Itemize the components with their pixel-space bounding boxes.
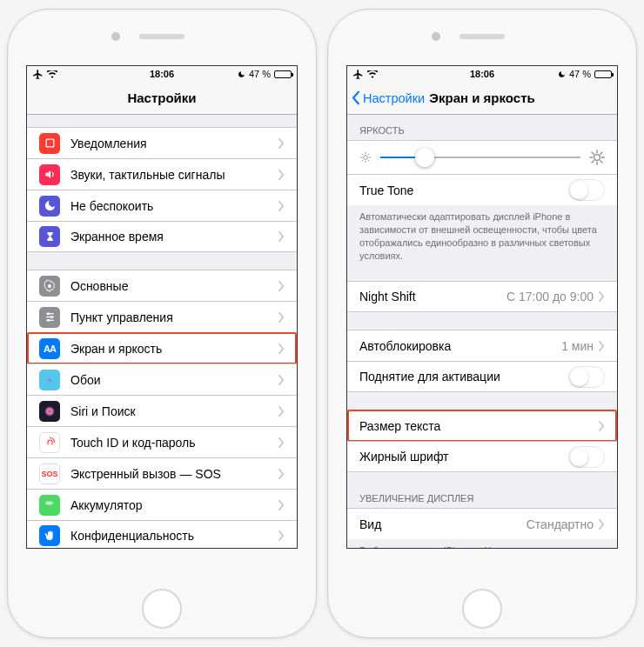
brightness-header: ЯРКОСТЬ <box>347 122 617 140</box>
row-nightshift[interactable]: Night Shift С 17:00 до 9:00 <box>347 281 617 312</box>
chevron-right-icon <box>278 281 285 291</box>
row-siri[interactable]: Siri и Поиск <box>27 395 297 426</box>
wifi-icon <box>47 70 57 78</box>
dnd-status-icon <box>238 70 245 78</box>
row-autolock[interactable]: Автоблокировка 1 мин <box>347 330 617 361</box>
status-time: 18:06 <box>470 69 494 79</box>
battery-icon <box>594 70 612 78</box>
sun-large-icon <box>589 150 605 165</box>
screen-settings: 18:06 47 % Настройки Уведомления Звуки, … <box>26 65 298 549</box>
svg-line-35 <box>600 152 602 154</box>
truetone-toggle[interactable] <box>568 179 605 201</box>
flower-icon <box>39 370 60 390</box>
chevron-right-icon <box>599 291 605 302</box>
svg-point-14 <box>44 406 55 417</box>
chevron-right-icon <box>278 375 285 385</box>
svg-point-9 <box>48 378 51 382</box>
row-control-center[interactable]: Пункт управления <box>27 301 297 332</box>
speaker-icon <box>39 164 60 185</box>
nightshift-value: С 17:00 до 9:00 <box>506 290 594 303</box>
battery-percent: 47 % <box>569 69 591 79</box>
row-battery[interactable]: Аккумулятор <box>27 489 297 520</box>
row-label: Пункт управления <box>70 310 278 324</box>
raise-toggle[interactable] <box>568 366 605 388</box>
svg-line-33 <box>600 161 602 163</box>
status-bar: 18:06 47 % <box>27 66 297 82</box>
nightshift-label: Night Shift <box>359 290 506 303</box>
row-sos[interactable]: SOS Экстренный вызов — SOS <box>27 457 297 489</box>
back-button[interactable]: Настройки <box>351 90 425 105</box>
row-display[interactable]: AA Экран и яркость <box>27 332 297 364</box>
sun-small-icon <box>359 151 372 163</box>
row-label: Основные <box>70 279 278 293</box>
view-value: Стандартно <box>527 517 594 531</box>
svg-line-25 <box>362 160 363 161</box>
battery-percent: 47 % <box>249 69 271 79</box>
screen-display-brightness: 18:06 47 % Настройки Экран и яркость ЯРК… <box>346 65 618 549</box>
row-text-size[interactable]: Размер текста <box>347 410 617 441</box>
row-sounds[interactable]: Звуки, тактильные сигналы <box>27 158 297 190</box>
svg-point-6 <box>50 316 52 318</box>
chevron-right-icon <box>599 421 605 431</box>
row-label: Обои <box>70 373 278 387</box>
row-label: Экранное время <box>70 230 278 243</box>
row-truetone[interactable]: True Tone <box>347 174 617 205</box>
svg-rect-17 <box>47 502 51 504</box>
brightness-slider[interactable] <box>380 157 580 158</box>
back-label: Настройки <box>363 91 425 105</box>
home-button[interactable] <box>142 589 182 629</box>
row-label: Уведомления <box>70 137 278 150</box>
hourglass-icon <box>39 226 60 247</box>
zoom-header: УВЕЛИЧЕНИЕ ДИСПЛЕЯ <box>347 490 617 508</box>
display-settings-list[interactable]: ЯРКОСТЬ True Tone Автоматически адаптиро… <box>347 115 617 548</box>
row-dnd[interactable]: Не беспокоить <box>27 190 297 221</box>
dnd-status-icon <box>558 70 566 78</box>
row-wallpaper[interactable]: Обои <box>27 364 297 395</box>
row-label: Экстренный вызов — SOS <box>70 467 278 481</box>
bold-toggle[interactable] <box>568 446 605 468</box>
row-bold-text[interactable]: Жирный шрифт <box>347 441 617 472</box>
row-display-zoom[interactable]: Вид Стандартно <box>347 508 617 539</box>
row-notifications[interactable]: Уведомления <box>27 127 297 158</box>
row-privacy[interactable]: Конфиденциальность <box>27 520 297 548</box>
gear-icon <box>39 276 60 297</box>
battery-icon <box>274 70 292 78</box>
svg-point-2 <box>48 284 51 288</box>
phone-speaker <box>139 34 184 39</box>
view-label: Вид <box>359 517 527 531</box>
fingerprint-icon <box>39 432 60 453</box>
settings-list[interactable]: Уведомления Звуки, тактильные сигналы Не… <box>27 115 297 548</box>
svg-point-13 <box>51 378 55 382</box>
phone-left: 18:06 47 % Настройки Уведомления Звуки, … <box>7 9 317 638</box>
chevron-right-icon <box>278 201 285 211</box>
svg-rect-16 <box>52 502 53 504</box>
chevron-left-icon <box>351 90 360 105</box>
svg-line-26 <box>368 154 369 155</box>
phone-camera <box>432 32 440 41</box>
airplane-icon <box>32 69 44 80</box>
SOS-icon: SOS <box>39 464 60 484</box>
raise-label: Поднятие для активации <box>359 370 568 384</box>
chevron-right-icon <box>278 170 285 180</box>
svg-line-34 <box>592 161 594 163</box>
home-button[interactable] <box>462 589 502 629</box>
status-time: 18:06 <box>150 69 174 79</box>
bold-label: Жирный шрифт <box>359 450 568 464</box>
status-bar: 18:06 47 % <box>347 66 617 82</box>
row-screentime[interactable]: Экранное время <box>27 221 297 252</box>
row-raise-to-wake[interactable]: Поднятие для активации <box>347 361 617 392</box>
svg-point-10 <box>48 375 51 378</box>
svg-point-12 <box>44 378 48 382</box>
battery-icon <box>39 495 60 516</box>
svg-point-4 <box>47 312 50 315</box>
svg-line-23 <box>362 154 363 155</box>
page-title: Экран и яркость <box>429 90 534 105</box>
chevron-right-icon <box>599 519 605 530</box>
zoom-footer: Выберите вид для iPhone: «Увеличено» пок… <box>347 539 617 548</box>
autolock-value: 1 мин <box>561 339 594 353</box>
row-general[interactable]: Основные <box>27 270 297 301</box>
row-touchid[interactable]: Touch ID и код-пароль <box>27 426 297 457</box>
chevron-right-icon <box>278 231 285 242</box>
chevron-right-icon <box>278 344 285 354</box>
phone-camera <box>111 32 120 41</box>
